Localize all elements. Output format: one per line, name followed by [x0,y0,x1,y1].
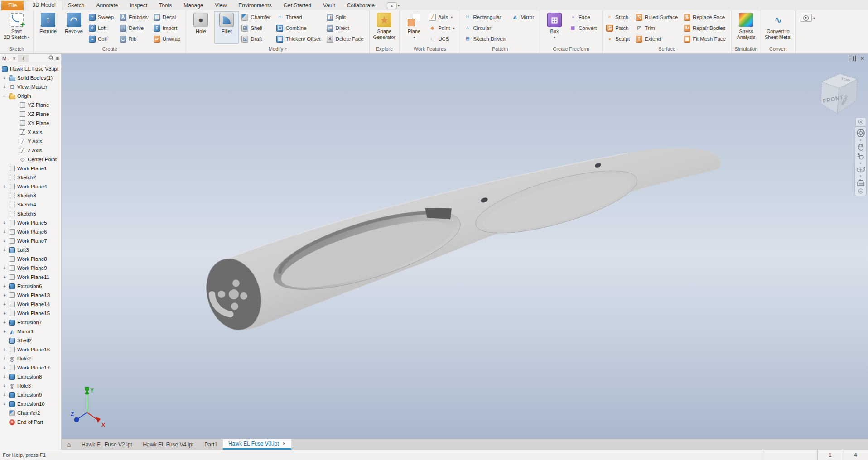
hole-button[interactable]: ●Hole [188,11,213,44]
import-button[interactable]: ↧Import [152,23,184,34]
dropdown-icon[interactable]: ▾ [860,175,862,177]
doc-tab-hawk-el-fuse-v3-ipt[interactable]: Hawk EL Fuse V3.ipt× [223,439,291,450]
menu-tab-file[interactable]: File [1,1,24,10]
tree-expander-icon[interactable]: + [2,284,7,289]
circular-button[interactable]: ∴Circular [463,23,509,34]
fit-mesh-face-button[interactable]: ▦Fit Mesh Face [682,34,729,44]
tree-item-origin[interactable]: −Origin [0,91,61,101]
tree-expander-icon[interactable]: + [2,266,7,271]
dropdown-icon[interactable]: ▾ [451,15,453,19]
box-button[interactable]: ⊞Box▾ [542,11,567,44]
sweep-button[interactable]: ~Sweep [87,12,117,23]
tree-item-work-plane16[interactable]: +Work Plane16 [0,345,61,354]
tree-item-shell2[interactable]: Shell2 [0,336,61,345]
face-button[interactable]: ◗Face [568,12,600,23]
view-cube[interactable]: FRONT TOP RIGHT [815,67,862,121]
tree-item-hole2[interactable]: +◎Hole2 [0,354,61,363]
home-icon[interactable]: ⌂ [62,439,76,450]
tree-item-x-axis[interactable]: ╱X Axis [0,128,61,137]
doc-tab-hawk-el-fuse-v4-ipt[interactable]: Hawk EL Fuse V4.ipt [138,439,199,450]
tree-expander-icon[interactable]: + [2,76,7,81]
close-icon[interactable] [855,117,866,126]
steering-wheel-icon[interactable] [856,129,866,138]
tree-expander-icon[interactable]: + [2,320,7,325]
dropdown-icon[interactable]: ▾ [813,16,815,20]
zoom-icon[interactable] [856,153,866,161]
menu-tab-collaborate[interactable]: Collaborate [341,1,381,10]
add-tab-icon[interactable]: + [18,55,29,62]
dropdown-icon[interactable]: ▾ [860,162,862,165]
tree-item-solid-bodies-1[interactable]: +Solid Bodies(1) [0,73,61,82]
dropdown-icon[interactable]: ▾ [398,4,400,8]
split-button[interactable]: ◧Split [325,12,367,23]
tree-item-xy-plane[interactable]: XY Plane [0,119,61,128]
tree-item-center-point[interactable]: ◇Center Point [0,155,61,164]
axis-button[interactable]: ╱Axis▾ [428,12,458,23]
tree-item-extrusion9[interactable]: +Extrusion9 [0,390,61,399]
menu-tab-inspect[interactable]: Inspect [124,1,153,10]
patch-button[interactable]: ◳Patch [605,23,633,34]
tree-expander-icon[interactable]: + [2,248,7,253]
tree-item-extrusion10[interactable]: +Extrusion10 [0,399,61,408]
combine-button[interactable]: ◫Combine [275,23,323,34]
menu-tab-environments[interactable]: Environments [232,1,277,10]
panel-overflow-control[interactable]: ▾▾ [796,10,820,53]
tree-item-work-plane9[interactable]: +Work Plane9 [0,264,61,273]
unwrap-button[interactable]: ▱Unwrap [152,34,184,44]
tree-expander-icon[interactable]: + [2,374,7,379]
menu-tab-tools[interactable]: Tools [153,1,178,10]
close-icon[interactable]: × [13,56,15,61]
doc-tab-part1[interactable]: Part1 [199,439,223,450]
thread-button[interactable]: ≡Thread [275,12,323,23]
tree-item-work-plane7[interactable]: +Work Plane7 [0,236,61,245]
tree-item-work-plane8[interactable]: Work Plane8 [0,254,61,264]
tree-item-chamfer2[interactable]: Chamfer2 [0,408,61,417]
tree-item-hawk-el-fuse-v3-ipt[interactable]: Hawk EL Fuse V3.ipt [0,64,61,73]
tree-item-sketch3[interactable]: Sketch3 [0,191,61,200]
draft-button[interactable]: ◺Draft [240,34,274,44]
ribbon-minimize-icon[interactable]: ▴ [387,2,397,9]
menu-tab-3d-model[interactable]: 3D Model [26,0,62,10]
pan-icon[interactable] [856,143,866,151]
menu-icon[interactable]: ≡ [56,56,59,61]
chamfer-button[interactable]: Chamfer [240,12,274,23]
delete-face-button[interactable]: ×Delete Face [325,34,367,44]
tree-item-work-plane11[interactable]: +Work Plane11 [0,273,61,282]
tree-expander-icon[interactable]: + [2,402,7,407]
shell-button[interactable]: ◰Shell [240,23,274,34]
tree-item-work-plane15[interactable]: +Work Plane15 [0,309,61,318]
tree-expander-icon[interactable]: + [2,293,7,298]
tree-item-work-plane14[interactable]: +Work Plane14 [0,300,61,309]
tree-item-sketch2[interactable]: Sketch2 [0,173,61,182]
tree-expander-icon[interactable]: + [2,356,7,361]
tree-expander-icon[interactable]: + [2,347,7,352]
point-button[interactable]: ◈Point▾ [428,23,458,34]
tree-expander-icon[interactable]: + [2,85,7,90]
tree-item-hole3[interactable]: +◎Hole3 [0,381,61,390]
tree-item-yz-plane[interactable]: YZ Plane [0,101,61,110]
fillet-button[interactable]: Fillet [214,11,239,44]
convert-to-sheet-metal-button[interactable]: ∿Convert to Sheet Metal [763,11,793,44]
stitch-button[interactable]: ≡Stitch [605,12,633,23]
ruled-surface-button[interactable]: ◹Ruled Surface [634,12,681,23]
tree-item-y-axis[interactable]: ╱Y Axis [0,137,61,146]
stress-analysis-button[interactable]: Stress Analysis [734,11,758,44]
tree-expander-icon[interactable]: + [2,365,7,370]
sculpt-button[interactable]: ◕Sculpt [605,34,633,44]
ucs-button[interactable]: ∟UCS [428,34,458,44]
close-icon[interactable]: × [860,56,864,61]
menu-tab-view[interactable]: View [209,1,233,10]
trim-button[interactable]: ◸Trim [634,23,681,34]
menu-tab-sketch[interactable]: Sketch [62,1,91,10]
panel-overflow-icon[interactable]: ▾ [800,14,812,22]
tree-expander-icon[interactable]: + [2,383,7,388]
tree-item-work-plane13[interactable]: +Work Plane13 [0,291,61,300]
split-view-icon[interactable] [849,56,856,61]
convert-button[interactable]: ▦Convert [568,23,600,34]
viewport-3d[interactable]: × FRONT TOP RIGHT [62,54,868,439]
tree-item-loft3[interactable]: +Loft3 [0,245,61,254]
tree-item-sketch4[interactable]: Sketch4 [0,200,61,209]
close-icon[interactable]: × [283,441,286,447]
dropdown-icon[interactable]: ▾ [453,26,454,30]
look-at-icon[interactable] [856,179,866,187]
